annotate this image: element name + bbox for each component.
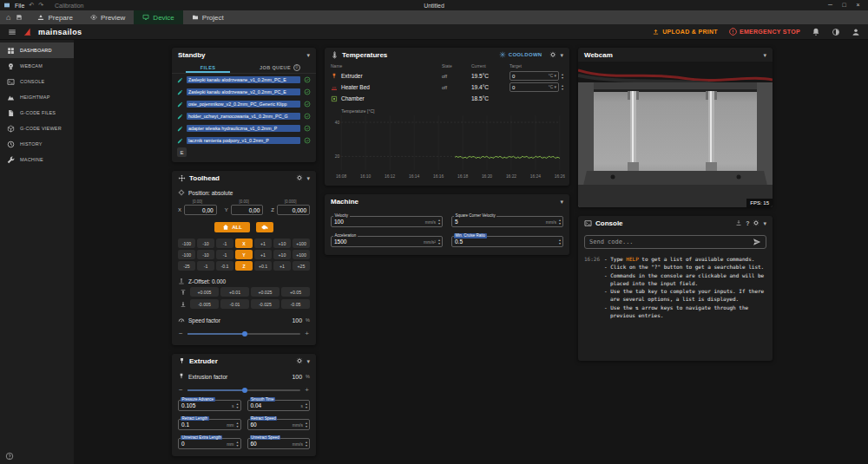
stepper-down-icon[interactable]: ▾ [236,425,238,428]
tab-prepare[interactable]: Prepare [29,10,81,24]
stepper-down-icon[interactable]: ▾ [559,242,561,245]
jog-y-10[interactable]: -10 [197,250,214,259]
slider-thumb[interactable] [242,388,247,393]
jog-z-+0.1[interactable]: +0.1 [254,261,272,271]
z-offset-0.01[interactable]: -0.01 [220,299,249,309]
theme-toggle-icon[interactable] [832,28,840,36]
console-input[interactable] [589,239,749,245]
jog-x-10[interactable]: -10 [197,239,214,248]
send-icon[interactable] [753,238,761,246]
slider-thumb[interactable] [242,331,247,337]
tab-files[interactable]: FILES [172,62,244,73]
jog-z-+25[interactable]: +25 [293,261,310,271]
sidebar-item-history[interactable]: HISTORY [0,136,74,152]
chevron-down-icon[interactable]: ▾ [763,52,766,58]
increase-icon[interactable]: + [305,330,309,337]
jog-y-+10[interactable]: +10 [273,250,291,259]
sidebar-item-machine[interactable]: MACHINE [0,152,74,167]
file-row[interactable]: Zaslepki kanalu alodrzewane_v1_0.2mm_PC_… [172,74,316,86]
stepper-down-icon[interactable]: ▾ [236,444,238,448]
home-z-button[interactable]: Z [235,261,253,271]
file-menu[interactable]: File [15,3,24,9]
stepper-down-icon[interactable]: ▾ [236,406,238,409]
z-offset-+0.01[interactable]: +0.01 [220,287,249,297]
target-unit-dropdown[interactable]: °C ▾ [549,74,556,78]
jog-y-1[interactable]: -1 [216,250,233,259]
file-row[interactable]: holder_uchwyt_zamocowania_v1_0.2mm_PC_G [172,110,316,122]
chevron-down-icon[interactable]: ▾ [306,52,310,58]
chevron-down-icon[interactable]: ▾ [306,175,310,181]
home-x-button[interactable]: X [235,239,253,248]
gear-icon[interactable] [753,219,760,226]
console-help-button[interactable]: ? [746,220,749,226]
jog-z-+1[interactable]: +1 [273,261,291,271]
tab-device[interactable]: Device [134,10,182,24]
chevron-down-icon[interactable]: ▾ [763,220,766,226]
z-offset-0.025[interactable]: -0.025 [251,299,279,309]
file-thumbnail[interactable]: E [177,147,187,157]
notifications-bell-icon[interactable] [812,28,820,36]
stepper-down-icon[interactable]: ▾ [438,222,440,225]
home-all-button[interactable]: ALL [214,222,250,232]
file-row[interactable]: adapter wlewka hydrauliczna_v1_0.2mm_P [172,122,316,134]
jog-y-+100[interactable]: +100 [293,250,310,259]
jog-z-25[interactable]: -25 [178,261,195,271]
extrusion-factor-slider[interactable]: − + [179,386,309,394]
upload-print-button[interactable]: UPLOAD & PRINT [652,28,718,36]
jog-z-0.1[interactable]: -0.1 [216,261,233,271]
jog-x-+100[interactable]: +100 [293,239,310,248]
undo-icon[interactable]: ↶ [29,2,34,9]
maximize-button[interactable]: □ [838,0,851,10]
z-offset-+0.05[interactable]: +0.05 [281,287,310,297]
chevron-down-icon[interactable]: ▾ [560,52,563,58]
redo-icon[interactable]: ↷ [38,2,43,9]
speed-factor-slider[interactable]: − + [179,330,309,337]
sidebar-item-g-code-files[interactable]: G-CODE FILES [0,105,74,121]
target-unit-dropdown[interactable]: °C ▾ [549,85,556,89]
console-autoscroll-icon[interactable] [735,219,742,226]
stepper-down-icon[interactable]: ▾ [438,242,440,245]
position-y[interactable]: 0,00 [231,205,264,215]
jog-y-100[interactable]: -100 [178,250,195,259]
increase-icon[interactable]: + [305,386,309,394]
position-x[interactable]: 0,00 [184,205,217,215]
jog-x-1[interactable]: -1 [216,239,233,248]
sidebar-item-heightmap[interactable]: HEIGHTMAP [0,89,74,105]
stepper-down-icon[interactable]: ▾ [559,222,561,225]
chevron-down-icon[interactable]: ▾ [560,199,563,205]
sidebar-item-dashboard[interactable]: DASHBOARD [0,42,74,58]
user-account-icon[interactable] [852,28,860,36]
stepper-down-icon[interactable]: ▾ [306,425,307,428]
file-row[interactable]: osie_pojemnikow_v2_0.2mm_PC_Generic Klip… [172,98,316,110]
stepper-down-icon[interactable]: ▾ [562,76,563,80]
stepper-down-icon[interactable]: ▾ [306,406,307,409]
calibration-menu[interactable]: Calibration [55,3,83,9]
z-offset-+0.025[interactable]: +0.025 [251,287,279,297]
stepper-down-icon[interactable]: ▾ [306,444,307,448]
decrease-icon[interactable]: − [179,386,183,394]
motors-off-button[interactable] [256,222,273,232]
sidebar-item-console[interactable]: CONSOLE [0,74,74,89]
z-offset-0.05[interactable]: -0.05 [281,299,310,309]
jog-x-100[interactable]: -100 [178,239,195,248]
position-z[interactable]: 0,000 [277,205,310,215]
tab-project[interactable]: Project [183,10,233,24]
tab-preview[interactable]: Preview [82,10,134,24]
emergency-stop-button[interactable]: EMERGENCY STOP [729,28,800,36]
close-button[interactable]: × [852,0,865,10]
menu-icon[interactable] [8,28,16,36]
gear-icon[interactable] [549,51,556,58]
gear-icon[interactable] [296,174,303,181]
jog-x-+1[interactable]: +1 [254,239,272,248]
z-offset-+0.005[interactable]: +0.005 [190,287,219,297]
jog-x-+10[interactable]: +10 [273,239,291,248]
tab-job-queue[interactable]: JOB QUEUE 0 [244,62,316,73]
home-y-button[interactable]: Y [235,250,253,259]
target-input-extruder[interactable]: 0°C ▾ [510,71,559,81]
help-circle-icon[interactable] [5,452,14,461]
sidebar-item-g-code-viewer[interactable]: G-CODE VIEWER [0,121,74,136]
stepper-down-icon[interactable]: ▾ [562,88,563,91]
decrease-icon[interactable]: − [179,330,183,337]
sidebar-item-webcam[interactable]: WEBCAM [0,58,74,74]
file-row[interactable]: Zaslepki kanalu alodrzewane_v2_0.2mm_PC_… [172,86,316,98]
